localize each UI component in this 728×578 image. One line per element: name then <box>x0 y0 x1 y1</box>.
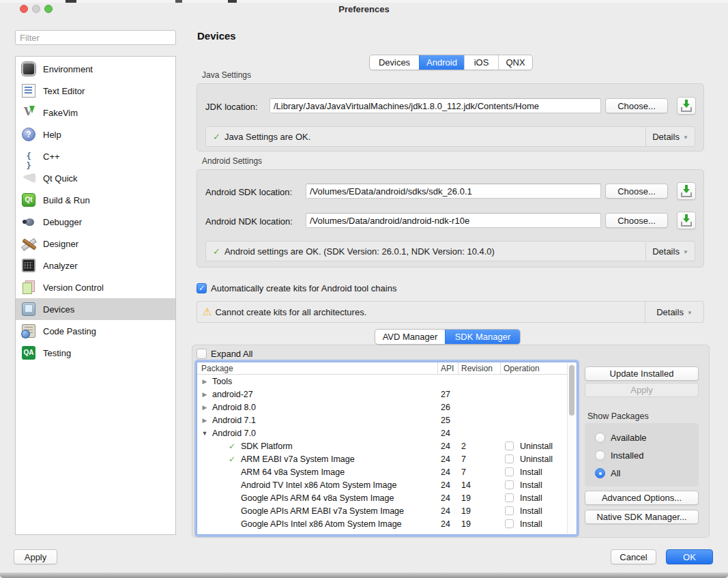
testing-icon <box>22 346 35 360</box>
sidebar-item-testing[interactable]: Testing <box>16 342 175 364</box>
table-row[interactable]: ▶Android 8.026 <box>197 401 577 414</box>
tab-ios[interactable]: iOS <box>464 55 498 70</box>
jdk-choose-button[interactable]: Choose... <box>605 98 668 113</box>
operation-checkbox[interactable] <box>505 480 514 489</box>
tab-qnx[interactable]: QNX <box>498 55 532 70</box>
table-row[interactable]: ▶Tools <box>197 375 577 388</box>
expand-arrow-icon[interactable]: ▶ <box>201 404 209 411</box>
checkbox-unchecked-icon <box>196 349 207 359</box>
device-type-tabs: DevicesAndroidiOSQNX <box>369 55 533 70</box>
expand-arrow-icon[interactable]: ▶ <box>201 378 209 385</box>
android-sdk-download-button[interactable] <box>677 182 696 200</box>
help-icon <box>22 128 35 141</box>
tab-devices[interactable]: Devices <box>370 55 419 70</box>
tab-avd-manager[interactable]: AVD Manager <box>375 330 445 344</box>
expand-arrow-icon[interactable]: ▶ <box>201 417 209 424</box>
collapse-arrow-icon[interactable]: ▼ <box>201 430 209 437</box>
revision-cell: 14 <box>458 480 500 490</box>
expand-all-checkbox[interactable]: Expand All <box>196 349 252 359</box>
scrollbar-thumb[interactable] <box>569 365 574 416</box>
preferences-window: Preferences EnvironmentText EditorFakeVi… <box>0 0 728 578</box>
ok-button[interactable]: OK <box>666 549 713 564</box>
filter-input[interactable] <box>15 30 176 45</box>
operation-checkbox[interactable] <box>505 493 514 502</box>
expand-arrow-icon[interactable]: ▶ <box>201 391 209 398</box>
apply-button[interactable]: Apply <box>14 549 57 564</box>
package-cell: Google APIs ARM 64 v8a System Image <box>197 493 437 503</box>
titlebar: Preferences <box>0 3 728 19</box>
table-row[interactable]: ▼Android 7.024 <box>197 427 577 439</box>
auto-create-kits-checkbox[interactable]: Automatically create kits for Android to… <box>196 283 396 293</box>
sidebar-item-label: Help <box>43 130 61 140</box>
java-status-text: Java Settings are OK. <box>224 132 310 142</box>
table-row[interactable]: ARM 64 v8a System Image247Install <box>197 465 577 478</box>
package-cell: ✓SDK Platform <box>197 442 437 451</box>
column-header-api[interactable]: API <box>437 362 458 374</box>
table-row[interactable]: ▶Android 7.125 <box>197 414 577 427</box>
operation-checkbox[interactable] <box>505 506 514 515</box>
radio-available[interactable]: Available <box>585 429 699 446</box>
table-row[interactable]: ✓ARM EABI v7a System Image247Uninstall <box>197 452 577 465</box>
radio-installed[interactable]: Installed <box>585 446 699 464</box>
sidebar-item-c[interactable]: C++ <box>16 145 175 167</box>
sidebar-item-help[interactable]: Help <box>16 124 175 145</box>
package-name: Tools <box>212 377 232 386</box>
table-row[interactable]: ✓SDK Platform242Uninstall <box>197 439 577 452</box>
revision-cell: 2 <box>458 442 500 451</box>
android-ndk-choose-button[interactable]: Choose... <box>605 213 668 228</box>
operation-label: Install <box>520 519 542 529</box>
advanced-options-button[interactable]: Advanced Options... <box>585 491 699 505</box>
sidebar-item-fakevim[interactable]: FakeVim <box>16 102 175 124</box>
radio-all[interactable]: All <box>585 464 699 482</box>
sidebar-item-environment[interactable]: Environment <box>16 58 175 80</box>
operation-checkbox[interactable] <box>505 519 514 528</box>
table-row[interactable]: Google APIs ARM EABI v7a System Image241… <box>197 504 577 517</box>
table-row[interactable]: Android TV Intel x86 Atom System Image24… <box>197 478 577 491</box>
sidebar-item-devices[interactable]: Devices <box>16 298 175 320</box>
sdk-apply-button[interactable]: Apply <box>585 383 699 397</box>
sidebar-item-qt-quick[interactable]: Qt Quick <box>16 167 175 189</box>
operation-checkbox[interactable] <box>505 454 514 463</box>
android-details-button[interactable]: Details ▼ <box>645 242 695 261</box>
column-header-operation[interactable]: Operation <box>500 362 577 374</box>
package-cell: ▼Android 7.0 <box>197 429 437 438</box>
table-row[interactable]: Google APIs ARM 64 v8a System Image2419I… <box>197 491 577 504</box>
table-row[interactable]: ▶android-2727 <box>197 388 577 401</box>
environment-icon <box>22 62 35 76</box>
sidebar-item-label: C++ <box>43 151 60 162</box>
operation-checkbox[interactable] <box>505 467 514 476</box>
sidebar-item-label: Analyzer <box>43 261 78 271</box>
tab-sdk-manager[interactable]: SDK Manager <box>445 330 520 344</box>
java-settings-group: JDK location: Choose... ✓ Java Settings … <box>196 83 704 151</box>
java-details-button[interactable]: Details ▼ <box>645 127 695 146</box>
cancel-button[interactable]: Cancel <box>611 549 656 564</box>
expand-all-label: Expand All <box>211 349 252 359</box>
sidebar-item-code-pasting[interactable]: Code Pasting <box>16 320 175 342</box>
android-ndk-download-button[interactable] <box>677 212 696 229</box>
tab-android[interactable]: Android <box>419 55 464 70</box>
jdk-download-button[interactable] <box>677 97 696 115</box>
update-installed-button[interactable]: Update Installed <box>585 366 699 381</box>
package-name: Android TV Intel x86 Atom System Image <box>241 480 396 490</box>
sidebar-item-build-run[interactable]: Build & Run <box>16 189 175 211</box>
sidebar-item-debugger[interactable]: Debugger <box>16 211 175 233</box>
sidebar-item-text-editor[interactable]: Text Editor <box>16 80 175 102</box>
column-header-package[interactable]: Package <box>197 362 437 374</box>
debugger-icon <box>22 215 35 229</box>
vertical-scrollbar[interactable] <box>567 363 576 534</box>
jdk-location-input[interactable] <box>270 98 601 113</box>
table-row[interactable]: Google APIs Intel x86 Atom System Image2… <box>197 517 577 530</box>
sidebar-item-label: Qt Quick <box>43 173 78 184</box>
sidebar-item-version-control[interactable]: Version Control <box>16 276 175 298</box>
sidebar-item-label: Environment <box>43 64 93 74</box>
kits-details-button[interactable]: Details ▼ <box>645 302 703 322</box>
native-sdk-manager-button[interactable]: Native SDK Manager... <box>585 510 699 524</box>
operation-checkbox[interactable] <box>505 442 514 450</box>
android-ndk-location-input[interactable] <box>306 213 601 228</box>
android-sdk-choose-button[interactable]: Choose... <box>605 184 668 199</box>
operation-label: Install <box>520 506 542 516</box>
column-header-revision[interactable]: Revision <box>458 362 500 374</box>
android-sdk-location-input[interactable] <box>306 184 601 199</box>
sidebar-item-analyzer[interactable]: Analyzer <box>16 255 175 276</box>
sidebar-item-designer[interactable]: Designer <box>16 233 175 255</box>
